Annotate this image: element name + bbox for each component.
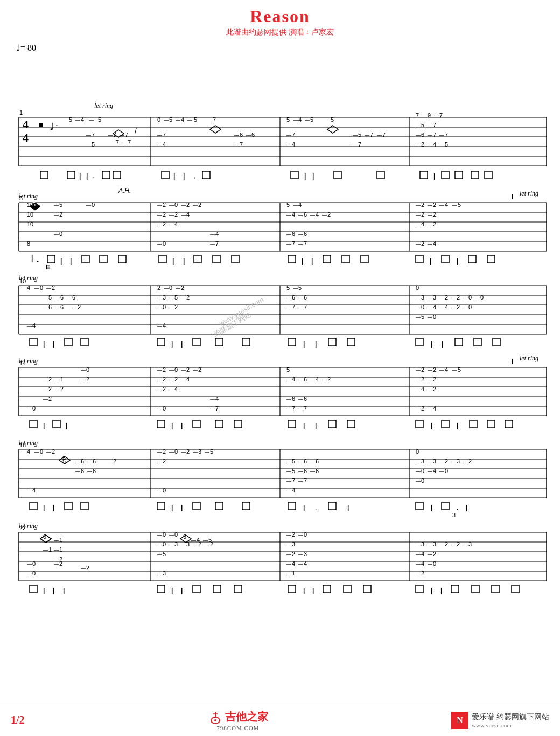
svg-text:4: 4 <box>433 468 436 474</box>
svg-text:7: 7 <box>370 131 373 138</box>
svg-rect-456 <box>416 420 423 428</box>
svg-text:0: 0 <box>163 541 166 547</box>
svg-text:—: — <box>298 232 303 237</box>
svg-text:6: 6 <box>292 395 295 402</box>
svg-rect-222 <box>194 255 201 263</box>
svg-text:—: — <box>463 305 468 310</box>
svg-rect-443 <box>53 420 60 428</box>
svg-text:—: — <box>286 552 291 557</box>
svg-text:4: 4 <box>421 560 424 567</box>
svg-text:5: 5 <box>331 116 334 123</box>
svg-text:2: 2 <box>327 376 331 383</box>
svg-text:2: 2 <box>163 366 166 373</box>
svg-marker-43 <box>210 126 221 133</box>
svg-text:—: — <box>434 113 439 119</box>
svg-text:—: — <box>81 367 86 373</box>
svg-rect-336 <box>215 338 223 346</box>
svg-text:0: 0 <box>468 304 472 310</box>
svg-text:4: 4 <box>304 560 307 567</box>
svg-text:2: 2 <box>468 458 472 464</box>
svg-text:—: — <box>428 305 432 310</box>
svg-text:—: — <box>54 538 59 543</box>
svg-text:0: 0 <box>480 294 484 301</box>
svg-text:—: — <box>463 295 468 301</box>
svg-text:4: 4 <box>23 131 29 144</box>
svg-text:4: 4 <box>292 211 295 218</box>
svg-text:—: — <box>181 449 186 455</box>
svg-text:—: — <box>428 552 432 557</box>
svg-text:—: — <box>169 449 174 455</box>
svg-text:2: 2 <box>60 386 64 392</box>
svg-text:—: — <box>452 203 457 208</box>
svg-text:—: — <box>310 459 315 464</box>
svg-text:1: 1 <box>60 376 64 383</box>
svg-text:0: 0 <box>40 284 43 291</box>
svg-rect-230 <box>361 255 368 263</box>
svg-text:7: 7 <box>128 139 131 145</box>
svg-text:4: 4 <box>27 448 30 455</box>
svg-text:—: — <box>416 469 421 474</box>
svg-text:4: 4 <box>186 376 190 383</box>
svg-text:4: 4 <box>163 141 166 148</box>
svg-text:—: — <box>298 295 303 301</box>
svg-text:6: 6 <box>292 231 295 237</box>
svg-text:—: — <box>34 286 39 291</box>
svg-rect-15 <box>39 123 43 127</box>
svg-text:2: 2 <box>445 294 448 301</box>
svg-text:—: — <box>27 406 32 412</box>
svg-text:0: 0 <box>40 448 43 455</box>
svg-text:7: 7 <box>116 139 119 145</box>
svg-text:—: — <box>293 203 298 208</box>
svg-rect-231 <box>416 255 423 263</box>
svg-text:—: — <box>55 295 60 301</box>
svg-text:—: — <box>416 305 421 310</box>
svg-text:6: 6 <box>316 458 319 464</box>
svg-text:4: 4 <box>298 116 302 123</box>
svg-text:—: — <box>75 117 80 123</box>
svg-text:—: — <box>157 241 162 247</box>
svg-rect-233 <box>442 255 449 263</box>
svg-text:—: — <box>310 377 315 383</box>
svg-text:—: — <box>286 232 291 237</box>
svg-text:—: — <box>54 232 59 237</box>
svg-text:—: — <box>439 305 444 310</box>
svg-text:7: 7 <box>304 240 307 247</box>
svg-text:7: 7 <box>92 131 95 138</box>
svg-text:2: 2 <box>157 284 160 291</box>
svg-rect-342 <box>347 338 355 346</box>
svg-text:—: — <box>193 203 198 208</box>
svg-text:—: — <box>234 133 239 138</box>
svg-text:|: | <box>512 193 513 199</box>
svg-text:—: — <box>428 406 432 412</box>
svg-rect-327 <box>30 338 37 346</box>
svg-rect-330 <box>65 338 72 346</box>
svg-text:—: — <box>293 117 298 123</box>
svg-text:|: | <box>431 504 432 511</box>
svg-text:|: | <box>70 257 72 265</box>
svg-text:.: . <box>457 504 458 511</box>
footer-logo-aiyuepu: N 爱乐谱 约瑟网旗下网站 www.yuesir.com <box>451 712 549 729</box>
svg-text:—: — <box>416 222 421 227</box>
svg-rect-450 <box>234 420 242 428</box>
svg-text:—: — <box>169 295 174 301</box>
svg-text:—: — <box>428 469 432 474</box>
svg-text:2: 2 <box>52 284 55 291</box>
svg-text:7: 7 <box>292 131 295 138</box>
svg-text:5: 5 <box>92 141 95 148</box>
svg-text:5: 5 <box>19 195 23 202</box>
svg-text:—: — <box>43 397 48 402</box>
svg-text:—: — <box>416 561 421 567</box>
svg-rect-337 <box>242 338 250 346</box>
svg-text:—: — <box>298 552 303 557</box>
svg-text:2: 2 <box>86 376 89 383</box>
svg-text:7: 7 <box>433 131 436 138</box>
svg-text:0: 0 <box>163 531 166 538</box>
svg-rect-682 <box>492 585 499 593</box>
svg-text:—: — <box>428 142 432 148</box>
svg-rect-674 <box>323 585 331 593</box>
svg-rect-343 <box>416 338 423 346</box>
svg-text:4: 4 <box>174 386 178 392</box>
svg-text:|: | <box>430 257 431 265</box>
svg-text:—: — <box>187 117 192 123</box>
svg-text:2: 2 <box>445 458 448 464</box>
